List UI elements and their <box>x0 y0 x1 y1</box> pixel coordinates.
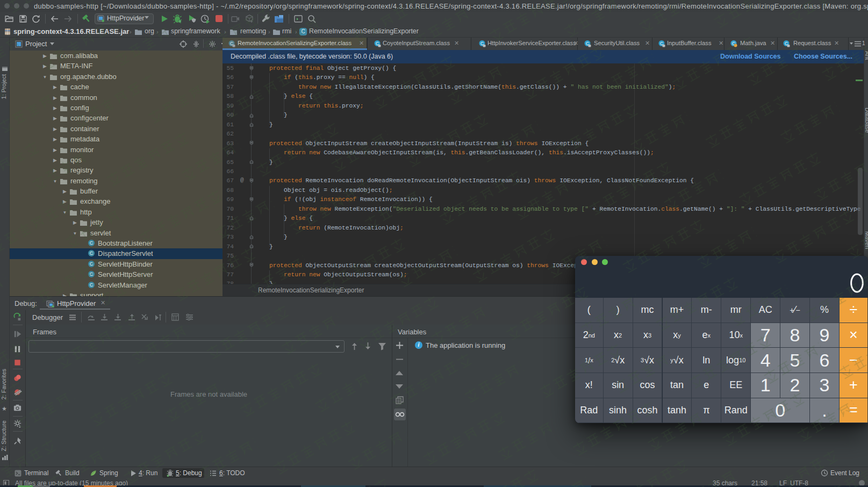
svg-text:C: C <box>90 240 94 246</box>
svg-text:C: C <box>90 251 94 256</box>
svg-text:C: C <box>90 271 94 277</box>
svg-text:C: C <box>90 282 94 288</box>
svg-text:C: C <box>90 261 94 267</box>
